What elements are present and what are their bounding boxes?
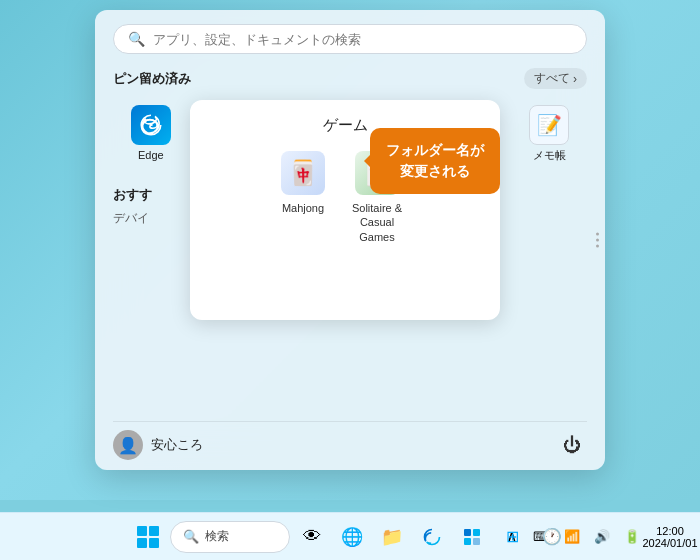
- taskbar-eye-icon[interactable]: 👁: [294, 519, 330, 555]
- desktop: 🔍 ピン留め済み すべて › Edge: [0, 0, 700, 500]
- win-quad-4: [149, 538, 159, 548]
- folder-title: ゲーム: [323, 116, 368, 135]
- taskbar-globe-icon[interactable]: 🌐: [334, 519, 370, 555]
- search-input[interactable]: [153, 32, 572, 47]
- taskbar: 🔍 検索 👁 🌐 📁 ⊞ 🕐 ∧ ⌨ 📶 🔊 �: [0, 512, 700, 560]
- taskbar-search-text: 検索: [205, 528, 229, 545]
- scroll-dot-3: [596, 245, 599, 248]
- tray-time-text: 12:002024/01/01: [642, 525, 697, 549]
- power-icon: ⏻: [563, 435, 581, 456]
- win-quad-2: [149, 526, 159, 536]
- start-menu-bottom: 👤 安心ころ ⏻: [113, 421, 587, 460]
- taskbar-search[interactable]: 🔍 検索: [170, 521, 290, 553]
- notepad-label: メモ帳: [533, 149, 566, 162]
- tooltip-text: フォルダー名が変更される: [386, 142, 484, 179]
- scroll-dot-1: [596, 233, 599, 236]
- win-quad-3: [137, 538, 147, 548]
- app-notepad[interactable]: 📝 メモ帳: [511, 99, 587, 168]
- user-profile[interactable]: 👤 安心ころ: [113, 430, 203, 460]
- notepad-icon: 📝: [529, 105, 569, 145]
- taskbar-center: 🔍 検索 👁 🌐 📁 ⊞ 🕐: [130, 519, 570, 555]
- solitaire-label: Solitaire &Casual Games: [345, 201, 409, 244]
- taskbar-search-icon: 🔍: [183, 529, 199, 544]
- edge-label: Edge: [138, 149, 164, 162]
- mahjong-label: Mahjong: [282, 201, 324, 215]
- scroll-indicator: [596, 233, 599, 248]
- pinned-title: ピン留め済み: [113, 70, 191, 88]
- taskbar-clock-icon[interactable]: 🕐: [534, 519, 570, 555]
- svg-rect-5: [473, 529, 480, 536]
- mahjong-icon: 🀄: [281, 151, 325, 195]
- taskbar-files-icon[interactable]: 📁: [374, 519, 410, 555]
- start-button[interactable]: [130, 519, 166, 555]
- taskbar-edge-icon[interactable]: [414, 519, 450, 555]
- taskbar-widget-icon[interactable]: ⊞: [494, 519, 530, 555]
- avatar: 👤: [113, 430, 143, 460]
- app-edge[interactable]: Edge: [113, 99, 189, 168]
- svg-rect-6: [464, 538, 471, 545]
- user-name: 安心ころ: [151, 436, 203, 454]
- search-icon: 🔍: [128, 31, 145, 47]
- pinned-section-header: ピン留め済み すべて ›: [113, 68, 587, 89]
- scroll-dot-2: [596, 239, 599, 242]
- tray-time: 12:002024/01/01: [648, 523, 692, 551]
- search-bar[interactable]: 🔍: [113, 24, 587, 54]
- power-button[interactable]: ⏻: [557, 430, 587, 460]
- windows-logo: [137, 526, 159, 548]
- tooltip-bubble: フォルダー名が変更される: [370, 128, 500, 194]
- tray-volume[interactable]: 🔊: [588, 523, 616, 551]
- folder-app-mahjong[interactable]: 🀄 Mahjong: [281, 151, 325, 244]
- edge-icon: [131, 105, 171, 145]
- see-all-button[interactable]: すべて ›: [524, 68, 587, 89]
- win-quad-1: [137, 526, 147, 536]
- svg-rect-4: [464, 529, 471, 536]
- taskbar-store-icon[interactable]: [454, 519, 490, 555]
- svg-rect-7: [473, 538, 480, 545]
